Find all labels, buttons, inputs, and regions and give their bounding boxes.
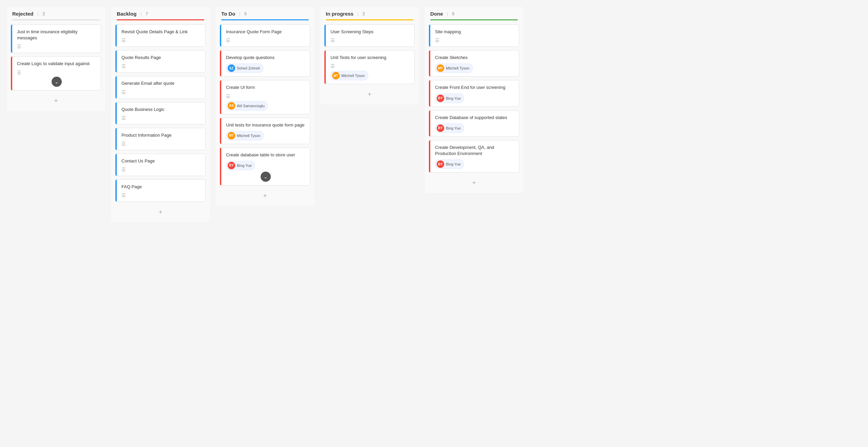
user-name: Mitchell Tyson [341, 74, 365, 78]
list-icon: ☰ [121, 115, 201, 121]
card-b3[interactable]: Generate Email after quote☰ [115, 76, 206, 98]
card-t1[interactable]: Insurance Quote Form Page☰ [220, 24, 310, 47]
card-b4[interactable]: Quote Business Logic☰ [115, 102, 206, 124]
card-b2[interactable]: Quote Results Page☰ [115, 50, 206, 73]
avatar: MT [332, 72, 340, 79]
separator: | [356, 11, 360, 16]
card-r1[interactable]: Just in time insurance eligibility messa… [11, 24, 101, 53]
column-divider-todo [221, 19, 309, 20]
column-inprogress: In progress | 2User Screening Steps☰Unit… [320, 7, 419, 104]
user-name: Bing Yue [446, 96, 461, 100]
avatar: MT [437, 64, 444, 72]
add-card-button-done[interactable]: + [469, 178, 479, 188]
card-b5[interactable]: Product Information Page☰ [115, 128, 206, 150]
user-tag: BYBing Yue [435, 159, 464, 169]
card-b6[interactable]: Contact Us Page☰ [115, 154, 206, 176]
list-icon: ☰ [17, 70, 96, 75]
add-card-button-backlog[interactable]: + [156, 207, 165, 217]
column-body-backlog: Revisit Quote Details Page & Link☰Quote … [111, 24, 210, 217]
card-t4[interactable]: Unit tests for insurance quote form page… [220, 118, 310, 144]
list-icon: ☰ [435, 38, 514, 43]
card-footer-d3: BYBing Yue [435, 94, 514, 103]
user-tag: BYBing Yue [435, 94, 464, 103]
user-name: Mitchell Tyson [446, 66, 470, 70]
column-title-rejected: Rejected [12, 11, 34, 17]
card-title-ip1: User Screening Steps [331, 29, 410, 35]
card-title-d4: Create Database of supported states [435, 115, 514, 121]
column-todo: To Do | 5Insurance Quote Form Page☰Devel… [216, 7, 314, 206]
card-footer-d5: BYBing Yue [435, 159, 514, 169]
user-name: Bing Yue [446, 126, 461, 130]
card-title-t2: Develop quote questions [226, 55, 305, 61]
card-title-r2: Create Logic to validate input against [17, 61, 96, 67]
card-footer-d4: BYBing Yue [435, 123, 514, 133]
list-icon: ☰ [121, 38, 201, 43]
column-count-backlog: 7 [146, 11, 148, 16]
card-title-t3: Create UI form [226, 84, 305, 91]
card-footer-ip2: MTMitchell Tyson [331, 71, 410, 80]
add-card-button-todo[interactable]: + [260, 191, 270, 200]
card-d5[interactable]: Create Development, QA, and Production E… [429, 140, 519, 173]
add-card-button-rejected[interactable]: + [51, 96, 61, 105]
card-t2[interactable]: Develop quote questionsSZSoheil Zohreh [220, 50, 310, 77]
column-divider-inprogress [326, 19, 413, 20]
user-tag: ASAtil Samancioglu [226, 101, 268, 111]
separator: | [139, 11, 143, 16]
column-title-inprogress: In progress [326, 11, 354, 17]
card-title-t5: Create database table to store user [226, 152, 305, 158]
list-icon: ☰ [226, 38, 305, 43]
card-title-t1: Insurance Quote Form Page [226, 29, 305, 35]
list-icon: ☰ [121, 90, 201, 95]
column-backlog: Backlog | 7Revisit Quote Details Page & … [111, 7, 210, 222]
card-t5[interactable]: Create database table to store userBYBin… [220, 148, 310, 186]
card-t3[interactable]: Create UI form☰ASAtil Samancioglu [220, 80, 310, 114]
column-header-done: Done | 5 [425, 7, 523, 19]
expand-button[interactable]: ⌄ [261, 172, 271, 182]
separator: | [446, 11, 450, 16]
card-title-b3: Generate Email after quote [121, 80, 201, 86]
expand-button[interactable]: ⌄ [52, 77, 62, 87]
column-count-done: 5 [452, 11, 454, 16]
user-tag: BYBing Yue [435, 123, 464, 133]
column-header-backlog: Backlog | 7 [111, 7, 210, 19]
list-icon: ☰ [121, 63, 201, 69]
card-d2[interactable]: Create SketchesMTMitchell Tyson [429, 50, 519, 77]
card-d3[interactable]: Create Front End for user screeningBYBin… [429, 80, 519, 106]
card-title-t4: Unit tests for insurance quote form page [226, 122, 305, 128]
user-name: Soheil Zohreh [237, 66, 260, 70]
column-count-todo: 5 [244, 11, 247, 16]
column-body-done: Site mapping☰Create SketchesMTMitchell T… [425, 24, 523, 188]
card-footer-d2: MTMitchell Tyson [435, 63, 514, 73]
card-title-b4: Quote Business Logic [121, 106, 201, 113]
card-b7[interactable]: FAQ Page☰ [115, 179, 206, 202]
card-title-ip2: Unit Tests for user screening [331, 55, 410, 61]
user-tag: BYBing Yue [226, 161, 255, 170]
list-icon: ☰ [331, 38, 410, 43]
list-icon: ☰ [331, 63, 410, 69]
avatar: AS [228, 102, 235, 110]
column-divider-rejected [12, 19, 100, 20]
card-d4[interactable]: Create Database of supported statesBYBin… [429, 110, 519, 137]
column-header-inprogress: In progress | 2 [320, 7, 419, 19]
card-title-b5: Product Information Page [121, 132, 201, 138]
list-icon: ☰ [121, 141, 201, 147]
card-d1[interactable]: Site mapping☰ [429, 24, 519, 47]
avatar: SZ [228, 64, 235, 72]
card-ip1[interactable]: User Screening Steps☰ [324, 24, 415, 47]
kanban-board: Rejected | 2Just in time insurance eligi… [7, 7, 861, 222]
list-icon: ☰ [121, 167, 201, 172]
card-title-d3: Create Front End for user screening [435, 84, 514, 91]
card-title-b2: Quote Results Page [121, 55, 201, 61]
card-title-b1: Revisit Quote Details Page & Link [121, 29, 201, 35]
card-b1[interactable]: Revisit Quote Details Page & Link☰ [115, 24, 206, 47]
card-footer-t5: BYBing Yue [226, 161, 305, 170]
card-footer-t3: ASAtil Samancioglu [226, 101, 305, 111]
add-card-button-inprogress[interactable]: + [365, 90, 374, 99]
user-tag: SZSoheil Zohreh [226, 63, 263, 73]
separator: | [238, 11, 242, 16]
card-ip2[interactable]: Unit Tests for user screening☰MTMitchell… [324, 50, 415, 84]
card-r2[interactable]: Create Logic to validate input against☰⌄ [11, 56, 101, 90]
user-tag: MTMitchell Tyson [331, 71, 368, 80]
column-title-todo: To Do [221, 11, 235, 17]
user-name: Bing Yue [237, 163, 252, 168]
